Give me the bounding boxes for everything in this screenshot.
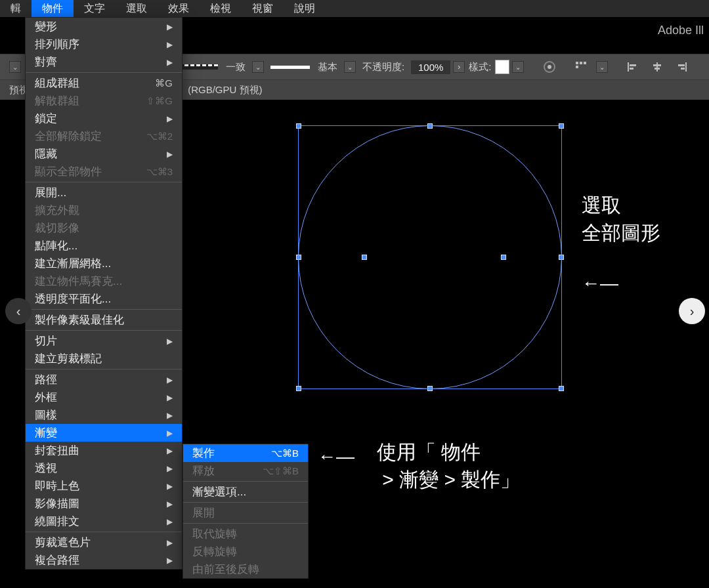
menu-item-object[interactable]: 物件: [32, 0, 74, 17]
annotation-use-blend: 使用「 物件 > 漸變 > 製作」: [377, 438, 520, 494]
prev-slide-button[interactable]: ‹: [5, 298, 32, 324]
submenu-item: 釋放⌥⇧⌘B: [183, 462, 308, 480]
menu-item-type[interactable]: 文字: [74, 0, 116, 17]
menu-item[interactable]: 複合路徑▶: [26, 551, 182, 569]
menu-item[interactable]: 透明度平面化...: [26, 290, 182, 308]
stroke-solid-preview: [270, 66, 310, 69]
object-menu-dropdown: 變形▶排列順序▶對齊▶組成群組⌘G解散群組⇧⌘G鎖定▶全部解除鎖定⌥⌘2隱藏▶顯…: [25, 17, 183, 570]
menu-item[interactable]: 建立剪裁標記: [26, 350, 182, 368]
shape-circle[interactable]: [298, 125, 562, 389]
menu-item: 顯示全部物件⌥⌘3: [26, 163, 182, 180]
menu-item[interactable]: 點陣化...: [26, 237, 182, 255]
menu-item[interactable]: 組成群組⌘G: [26, 74, 182, 92]
stroke-style1-label: 一致: [226, 61, 246, 74]
menu-item[interactable]: 切片▶: [26, 332, 182, 350]
submenu-item: 反轉旋轉: [183, 543, 308, 560]
svg-rect-5: [576, 66, 578, 68]
align-pixel-dropdown[interactable]: ⌄: [596, 61, 608, 73]
stroke-style1-dropdown[interactable]: ⌄: [252, 61, 264, 73]
annotation-arrow-top: ←—: [582, 273, 618, 294]
menu-item[interactable]: 封套扭曲▶: [26, 442, 182, 459]
align-pixel-icon[interactable]: [572, 58, 590, 75]
menu-item: 擴充外觀: [26, 201, 182, 219]
align-right-icon[interactable]: [674, 58, 691, 75]
svg-rect-3: [580, 62, 582, 64]
app-title: Adobe Ill: [658, 24, 704, 37]
menu-item: 全部解除鎖定⌥⌘2: [26, 127, 182, 145]
menubar: 輯 物件 文字 選取 效果 檢視 視窗 說明: [0, 0, 709, 17]
annotation-select-all: 選取 全部圖形: [582, 192, 660, 247]
submenu-item[interactable]: 製作⌥⌘B: [183, 444, 308, 462]
stroke-style2-label: 基本: [318, 61, 337, 74]
menu-item[interactable]: 透視▶: [26, 459, 182, 477]
svg-rect-14: [681, 68, 685, 70]
menu-item: 解散群組⇧⌘G: [26, 92, 182, 110]
svg-rect-10: [653, 64, 661, 66]
svg-rect-8: [630, 68, 634, 70]
menu-item-select[interactable]: 選取: [116, 0, 158, 17]
stroke-style2-dropdown[interactable]: ⌄: [344, 61, 356, 73]
style-dropdown[interactable]: ⌄: [512, 61, 524, 73]
svg-rect-7: [630, 64, 636, 66]
svg-rect-11: [655, 68, 660, 70]
menu-item[interactable]: 展開...: [26, 184, 182, 201]
align-left-icon[interactable]: [624, 58, 641, 75]
menu-item: 裁切影像: [26, 219, 182, 237]
menu-item[interactable]: 外框▶: [26, 388, 182, 406]
svg-rect-12: [685, 62, 687, 72]
menu-item[interactable]: 變形▶: [26, 18, 182, 35]
svg-rect-13: [678, 64, 685, 66]
opacity-label: 不透明度:: [362, 61, 404, 74]
menu-item[interactable]: 影像描圖▶: [26, 495, 182, 513]
submenu-item: 展開: [183, 504, 308, 522]
menu-item[interactable]: 漸變▶: [26, 424, 182, 442]
menu-item[interactable]: 對齊▶: [26, 53, 182, 71]
menu-item-window[interactable]: 視窗: [242, 0, 284, 17]
dropdown-icon[interactable]: ⌄: [9, 61, 21, 73]
submenu-item: 取代旋轉: [183, 525, 308, 543]
menu-item[interactable]: 圖樣▶: [26, 406, 182, 424]
menu-item-help[interactable]: 說明: [284, 0, 326, 17]
menu-item[interactable]: 建立漸層網格...: [26, 255, 182, 272]
stroke-dash-preview: [179, 64, 218, 70]
blend-submenu: 製作⌥⌘B釋放⌥⇧⌘B漸變選項...展開取代旋轉反轉旋轉由前至後反轉: [183, 444, 309, 579]
svg-rect-9: [656, 62, 658, 72]
menu-item[interactable]: 剪裁遮色片▶: [26, 534, 182, 551]
menu-item[interactable]: 隱藏▶: [26, 145, 182, 163]
svg-rect-6: [628, 62, 629, 72]
menu-item-effect[interactable]: 效果: [158, 0, 200, 17]
submenu-item[interactable]: 漸變選項...: [183, 483, 308, 501]
align-center-icon[interactable]: [649, 58, 666, 75]
recolor-icon[interactable]: [541, 58, 558, 75]
menu-item[interactable]: 路徑▶: [26, 371, 182, 388]
svg-rect-4: [584, 62, 586, 64]
menu-item[interactable]: 製作像素級最佳化: [26, 311, 182, 329]
submenu-item: 由前至後反轉: [183, 560, 308, 578]
menu-item: 建立物件馬賽克...: [26, 272, 182, 290]
menu-item[interactable]: 鎖定▶: [26, 110, 182, 127]
svg-rect-2: [576, 62, 578, 64]
opacity-dropdown[interactable]: ›: [453, 61, 465, 73]
next-slide-button[interactable]: ›: [679, 298, 705, 324]
menu-item[interactable]: 排列順序▶: [26, 35, 182, 53]
annotation-arrow-bottom: ←—: [318, 446, 354, 467]
svg-point-1: [548, 65, 551, 69]
opacity-field[interactable]: 100%: [411, 60, 450, 74]
style-label: 樣式:: [469, 61, 491, 74]
menu-item[interactable]: 即時上色▶: [26, 477, 182, 495]
menu-item[interactable]: 繞圖排文▶: [26, 513, 182, 530]
menu-item-view[interactable]: 檢視: [200, 0, 242, 17]
tab-mode: (RGB/GPU 預視): [179, 81, 271, 99]
style-swatch[interactable]: [495, 60, 509, 74]
menu-item-edit[interactable]: 輯: [0, 0, 32, 17]
